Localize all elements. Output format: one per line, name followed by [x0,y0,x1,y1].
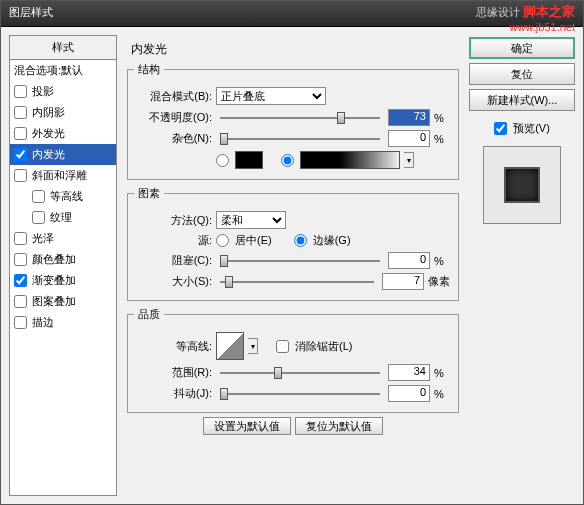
sidebar-item-0[interactable]: 混合选项:默认 [10,60,116,81]
color-swatch[interactable] [235,151,263,169]
choke-slider[interactable] [220,253,380,269]
preview-swatch [504,167,540,203]
sidebar-item-12[interactable]: 描边 [10,312,116,333]
sidebar-item-10[interactable]: 渐变叠加 [10,270,116,291]
range-slider[interactable] [220,365,380,381]
watermark: 思缘设计 脚本之家 www.jb51.net [476,3,575,33]
sidebar-check-4[interactable] [14,148,27,161]
new-style-button[interactable]: 新建样式(W)... [469,89,575,111]
sidebar-item-9[interactable]: 颜色叠加 [10,249,116,270]
sidebar-item-7[interactable]: 纹理 [10,207,116,228]
noise-input[interactable]: 0 [388,130,430,147]
size-slider[interactable] [220,274,374,290]
opacity-slider[interactable] [220,110,380,126]
noise-slider[interactable] [220,131,380,147]
technique-label: 方法(Q): [134,213,212,228]
sidebar-check-9[interactable] [14,253,27,266]
sidebar-label-7: 纹理 [50,210,72,225]
gradient-radio[interactable] [281,154,294,167]
sidebar-label-5: 斜面和浮雕 [32,168,87,183]
sidebar-label-12: 描边 [32,315,54,330]
sidebar-label-1: 投影 [32,84,54,99]
sidebar-item-5[interactable]: 斜面和浮雕 [10,165,116,186]
right-panel: 确定 复位 新建样式(W)... 预览(V) [469,35,575,496]
sidebar-label-11: 图案叠加 [32,294,76,309]
antialias-check[interactable] [276,340,289,353]
sidebar-check-2[interactable] [14,106,27,119]
opacity-label: 不透明度(O): [134,110,212,125]
jitter-input[interactable]: 0 [388,385,430,402]
sidebar-label-0: 混合选项:默认 [14,63,83,78]
sidebar-label-4: 内发光 [32,147,65,162]
structure-group: 结构 混合模式(B): 正片叠底 不透明度(O): 73 % 杂色(N): 0 … [127,62,459,180]
contour-picker[interactable] [216,332,244,360]
main-panel: 内发光 结构 混合模式(B): 正片叠底 不透明度(O): 73 % 杂色(N)… [123,35,463,496]
sidebar-label-8: 光泽 [32,231,54,246]
noise-label: 杂色(N): [134,131,212,146]
choke-label: 阻塞(C): [134,253,212,268]
technique-select[interactable]: 柔和 [216,211,286,229]
quality-group: 品质 等高线: 消除锯齿(L) 范围(R): 34 % 抖动(J): 0 % [127,307,459,413]
sidebar-check-6[interactable] [32,190,45,203]
sidebar-item-11[interactable]: 图案叠加 [10,291,116,312]
preview-check[interactable] [494,122,507,135]
sidebar-item-1[interactable]: 投影 [10,81,116,102]
opacity-input[interactable]: 73 [388,109,430,126]
blend-label: 混合模式(B): [134,89,212,104]
sidebar-label-6: 等高线 [50,189,83,204]
sidebar-label-3: 外发光 [32,126,65,141]
sidebar-check-7[interactable] [32,211,45,224]
sidebar-check-5[interactable] [14,169,27,182]
styles-header: 样式 [10,36,116,60]
sidebar-check-3[interactable] [14,127,27,140]
range-label: 范围(R): [134,365,212,380]
sidebar-item-4[interactable]: 内发光 [10,144,116,165]
sidebar-check-8[interactable] [14,232,27,245]
jitter-slider[interactable] [220,386,380,402]
sidebar-check-11[interactable] [14,295,27,308]
source-center-radio[interactable] [216,234,229,247]
contour-dd[interactable] [248,338,258,354]
choke-input[interactable]: 0 [388,252,430,269]
title-bar: 图层样式 思缘设计 脚本之家 www.jb51.net [1,1,583,27]
sidebar-item-2[interactable]: 内阴影 [10,102,116,123]
blend-select[interactable]: 正片叠底 [216,87,326,105]
sidebar-item-6[interactable]: 等高线 [10,186,116,207]
gradient-swatch[interactable] [300,151,400,169]
preview-box [483,146,561,224]
ok-button[interactable]: 确定 [469,37,575,59]
elements-group: 图素 方法(Q): 柔和 源: 居中(E) 边缘(G) 阻塞(C): 0 % 大… [127,186,459,301]
window-title: 图层样式 [9,6,53,18]
reset-default-button[interactable]: 复位为默认值 [295,417,383,435]
source-edge-radio[interactable] [294,234,307,247]
size-label: 大小(S): [134,274,212,289]
sidebar-item-8[interactable]: 光泽 [10,228,116,249]
sidebar-check-12[interactable] [14,316,27,329]
styles-list: 样式 混合选项:默认投影内阴影外发光内发光斜面和浮雕等高线纹理光泽颜色叠加渐变叠… [9,35,117,496]
source-label: 源: [134,233,212,248]
sidebar-label-2: 内阴影 [32,105,65,120]
sidebar-check-1[interactable] [14,85,27,98]
range-input[interactable]: 34 [388,364,430,381]
jitter-label: 抖动(J): [134,386,212,401]
color-radio[interactable] [216,154,229,167]
make-default-button[interactable]: 设置为默认值 [203,417,291,435]
gradient-dd[interactable] [404,152,414,168]
sidebar-label-10: 渐变叠加 [32,273,76,288]
sidebar-check-10[interactable] [14,274,27,287]
sidebar-item-3[interactable]: 外发光 [10,123,116,144]
sidebar-label-9: 颜色叠加 [32,252,76,267]
contour-label: 等高线: [134,339,212,354]
panel-title: 内发光 [127,39,459,62]
cancel-button[interactable]: 复位 [469,63,575,85]
size-input[interactable]: 7 [382,273,424,290]
